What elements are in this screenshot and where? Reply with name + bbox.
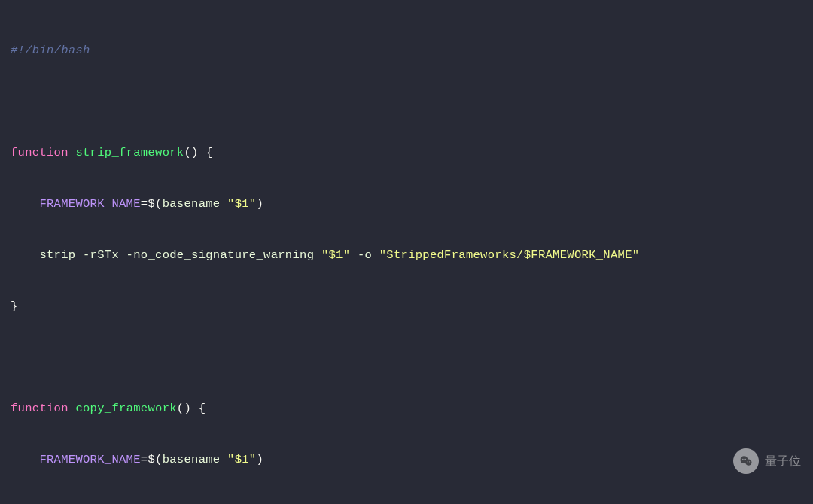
code-token: "$1" bbox=[321, 248, 350, 262]
code-line bbox=[11, 345, 802, 370]
code-token: FRAMEWORK_NAME bbox=[39, 197, 140, 211]
code-line: strip -rSTx -no_code_signature_warning "… bbox=[11, 242, 802, 268]
code-line bbox=[11, 89, 802, 114]
code-token: FRAMEWORK_NAME bbox=[39, 453, 140, 466]
code-line: } bbox=[11, 293, 802, 319]
code-token: =$( bbox=[141, 453, 163, 466]
code-token: strip -rSTx -no_code_signature_warning bbox=[39, 248, 321, 262]
code-token bbox=[11, 248, 39, 262]
code-token: -o bbox=[350, 248, 379, 262]
code-token bbox=[69, 402, 76, 415]
code-editor: #!/bin/bash function strip_framework() {… bbox=[0, 0, 813, 504]
code-token bbox=[11, 453, 39, 466]
code-token: strip_framework bbox=[75, 146, 184, 159]
code-token: } bbox=[11, 299, 18, 313]
code-token: copy_framework bbox=[75, 402, 176, 415]
code-token bbox=[69, 146, 76, 159]
code-line: cp -- "$1" "OriginalFrameworks/$FRAMEWOR… bbox=[11, 498, 802, 504]
code-token: basename bbox=[163, 197, 227, 211]
code-token: #!/bin/bash bbox=[11, 44, 90, 57]
code-token bbox=[11, 197, 39, 211]
code-token: ) bbox=[256, 453, 263, 466]
code-token: ) bbox=[256, 197, 263, 211]
code-token: "StrippedFrameworks/$FRAMEWORK_NAME" bbox=[379, 248, 640, 262]
code-token: () { bbox=[177, 402, 206, 415]
code-token: function bbox=[11, 146, 69, 159]
code-line: #!/bin/bash bbox=[11, 38, 802, 63]
code-token: "$1" bbox=[227, 197, 256, 211]
code-token: function bbox=[11, 402, 69, 415]
code-line: function copy_framework() { bbox=[11, 396, 802, 421]
code-token: basename bbox=[163, 453, 227, 466]
code-line: function strip_framework() { bbox=[11, 140, 802, 165]
code-line: FRAMEWORK_NAME=$(basename "$1") bbox=[11, 191, 802, 217]
code-line: FRAMEWORK_NAME=$(basename "$1") bbox=[11, 447, 802, 472]
code-token: =$( bbox=[141, 197, 163, 211]
code-token: "$1" bbox=[227, 453, 256, 466]
code-token: () { bbox=[184, 146, 212, 159]
